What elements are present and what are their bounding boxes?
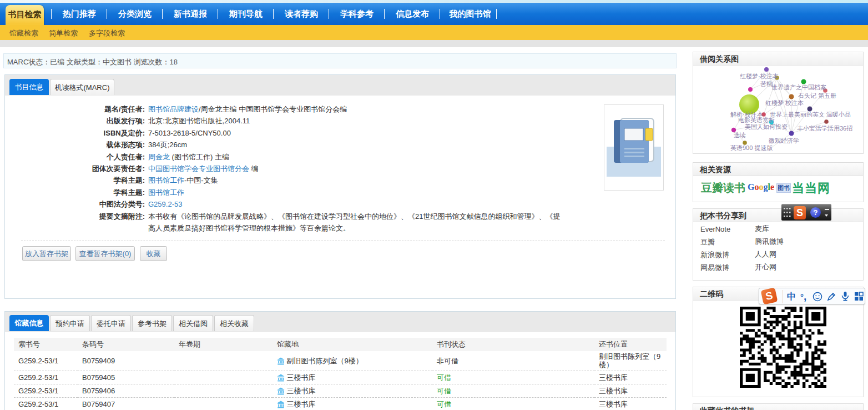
svg-text:丰小宝活学活用36招: 丰小宝活学活用36招 <box>797 125 852 132</box>
svg-text:电影英语赏析: 电影英语赏析 <box>738 117 775 123</box>
svg-text:选读: 选读 <box>734 132 746 138</box>
svg-text:微观经济学: 微观经济学 <box>769 137 799 144</box>
svg-text:世界遗产之中国档案: 世界遗产之中国档案 <box>771 84 826 91</box>
svg-text:石头记 第五册: 石头记 第五册 <box>798 92 836 99</box>
svg-text:红楼梦·校注本: 红楼梦·校注本 <box>740 73 779 79</box>
svg-text:英语900 提速版: 英语900 提速版 <box>730 144 773 151</box>
svg-text:苦柳: 苦柳 <box>760 81 773 87</box>
svg-text:美国人如何投资: 美国人如何投资 <box>745 123 788 130</box>
svg-text:红楼梦 校注本: 红楼梦 校注本 <box>765 99 804 106</box>
svg-text:世界上最美丽的英文 温暖小品: 世界上最美丽的英文 温暖小品 <box>770 111 851 118</box>
